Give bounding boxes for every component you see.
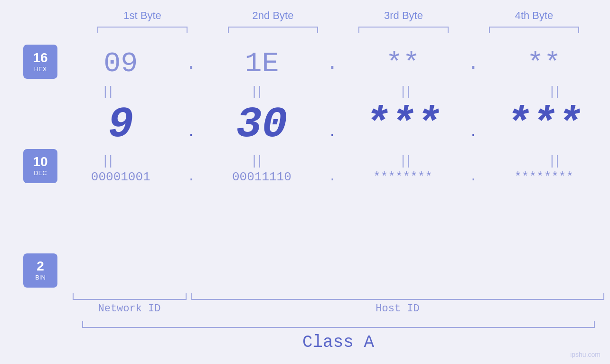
badges-column: 16 HEX 10 DEC 2 BIN [0, 43, 66, 289]
dec-badge-label: DEC [34, 169, 47, 177]
bin-val-3: ******** [356, 170, 450, 184]
class-a-label: Class A [73, 333, 604, 352]
class-row: Class A [73, 321, 604, 352]
bin-val-2: 00011110 [214, 170, 309, 184]
bracket-top-1 [97, 27, 188, 33]
network-id-label: Network ID [73, 303, 187, 315]
dec-dot-2: . [323, 124, 342, 140]
equals-1: || [66, 84, 151, 99]
equals-2: || [216, 84, 300, 99]
equals-8: || [513, 153, 598, 168]
bin-value-row: 00001001 . 00011110 . ******** . *******… [66, 170, 598, 184]
bin-val-1: 00001001 [73, 170, 168, 184]
bracket-bottom-network [73, 293, 187, 300]
dec-val-4: *** [497, 101, 591, 149]
equals-row-1: || || || || [66, 82, 598, 101]
dec-val-1: 9 [73, 101, 168, 149]
bottom-brackets [73, 293, 604, 300]
equals-row-2: || || || || [66, 151, 598, 170]
labels-row: Network ID Host ID [73, 303, 604, 315]
bin-val-4: ******** [497, 170, 591, 184]
byte-header-1: 1st Byte [95, 9, 190, 22]
byte-header-3: 3rd Byte [356, 9, 451, 22]
bin-badge-label: BIN [35, 274, 46, 281]
byte-header-2: 2nd Byte [225, 9, 320, 22]
dec-dot-1: . [182, 124, 201, 140]
equals-7: || [364, 153, 449, 168]
host-id-label: Host ID [191, 303, 604, 315]
dec-badge: 10 DEC [23, 149, 57, 183]
dec-dot-3: . [464, 124, 483, 140]
bin-badge-num: 2 [37, 260, 44, 273]
equals-4: || [513, 84, 598, 99]
bracket-top-4 [489, 27, 579, 33]
main-content-area: 16 HEX 10 DEC 2 BIN 09 . 1E . ** [0, 43, 610, 289]
top-brackets-row [77, 27, 600, 33]
bracket-top-3 [358, 27, 449, 33]
hex-dot-3: . [464, 53, 483, 75]
values-grid: 09 . 1E . ** . ** || || || || 9 . [66, 43, 610, 184]
bracket-top-2 [228, 27, 318, 33]
hex-value-row: 09 . 1E . ** . ** [66, 47, 598, 80]
equals-3: || [364, 84, 449, 99]
dec-val-2: 30 [214, 101, 309, 149]
bin-dot-2: . [323, 170, 342, 184]
byte-headers-row: 1st Byte 2nd Byte 3rd Byte 4th Byte [77, 9, 600, 22]
dec-val-3: *** [356, 101, 450, 149]
equals-6: || [216, 153, 300, 168]
bin-dot-1: . [182, 170, 201, 184]
full-bracket [82, 321, 595, 328]
hex-badge-num: 16 [33, 51, 47, 65]
main-container: 1st Byte 2nd Byte 3rd Byte 4th Byte 16 H… [0, 0, 610, 364]
bin-badge: 2 BIN [23, 253, 57, 288]
bin-dot-3: . [464, 170, 483, 184]
dec-value-row: 9 . 30 . *** . *** [66, 101, 598, 149]
hex-val-3: ** [356, 47, 450, 80]
hex-val-2: 1E [214, 47, 309, 80]
dec-badge-num: 10 [33, 155, 47, 168]
hex-dot-2: . [323, 53, 342, 75]
byte-header-4: 4th Byte [487, 9, 582, 22]
hex-badge-label: HEX [34, 65, 47, 73]
equals-5: || [66, 153, 151, 168]
watermark: ipshu.com [570, 351, 601, 358]
hex-val-1: 09 [73, 47, 168, 80]
bottom-section: Network ID Host ID [73, 293, 604, 315]
hex-val-4: ** [497, 47, 591, 80]
hex-badge: 16 HEX [23, 45, 57, 79]
hex-dot-1: . [182, 53, 201, 75]
